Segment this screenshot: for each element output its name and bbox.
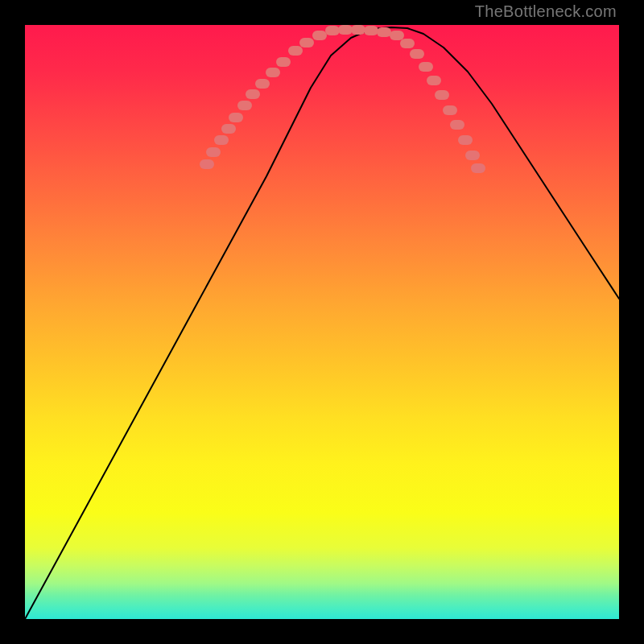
svg-rect-23 — [435, 90, 449, 100]
svg-rect-26 — [458, 135, 473, 145]
svg-rect-10 — [288, 46, 303, 56]
svg-rect-14 — [338, 25, 353, 35]
svg-rect-7 — [255, 79, 270, 89]
svg-rect-9 — [276, 57, 291, 67]
plot-area — [25, 25, 619, 619]
svg-rect-16 — [364, 26, 378, 35]
svg-rect-25 — [450, 120, 464, 130]
svg-rect-19 — [400, 39, 415, 48]
svg-rect-6 — [246, 89, 260, 99]
svg-rect-0 — [200, 159, 214, 169]
svg-rect-3 — [221, 124, 236, 134]
svg-rect-1 — [206, 147, 221, 157]
svg-rect-18 — [390, 31, 404, 40]
svg-rect-12 — [312, 31, 327, 40]
svg-rect-5 — [237, 101, 252, 110]
chart-frame: TheBottleneck.com — [0, 0, 644, 644]
svg-rect-17 — [377, 27, 391, 37]
svg-rect-20 — [410, 49, 424, 59]
svg-rect-13 — [325, 26, 340, 35]
curve-line — [25, 27, 619, 619]
svg-rect-28 — [471, 163, 485, 173]
svg-rect-24 — [443, 105, 457, 115]
svg-rect-11 — [299, 38, 314, 47]
watermark-text: TheBottleneck.com — [475, 2, 617, 21]
svg-rect-8 — [266, 68, 280, 77]
svg-rect-22 — [427, 76, 441, 85]
chart-svg — [25, 25, 619, 619]
svg-rect-2 — [214, 135, 229, 145]
svg-rect-21 — [419, 62, 433, 72]
svg-rect-27 — [465, 151, 480, 160]
svg-rect-15 — [351, 25, 365, 35]
svg-rect-4 — [229, 113, 243, 122]
